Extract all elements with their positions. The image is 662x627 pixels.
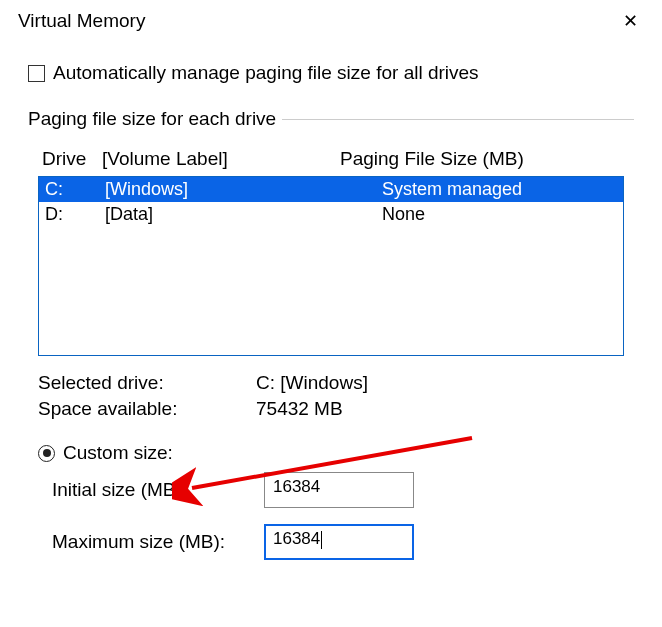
drive-row[interactable]: C: [Windows] System managed (39, 177, 623, 202)
drive-paging-size: None (382, 204, 617, 225)
drive-row[interactable]: D: [Data] None (39, 202, 623, 227)
custom-size-label: Custom size: (63, 442, 173, 464)
window-title: Virtual Memory (18, 10, 145, 32)
radio-icon[interactable] (38, 445, 55, 462)
size-options: Custom size: Initial size (MB): 16384 Ma… (38, 442, 624, 560)
maximum-size-input[interactable]: 16384 (264, 524, 414, 560)
drive-list-header: Drive [Volume Label] Paging File Size (M… (38, 144, 624, 176)
space-available-value: 75432 MB (256, 398, 624, 420)
automanage-checkbox-row[interactable]: Automatically manage paging file size fo… (28, 62, 634, 84)
initial-size-input[interactable]: 16384 (264, 472, 414, 508)
header-volume-label: [Volume Label] (102, 148, 340, 170)
drive-volume-label: [Windows] (105, 179, 382, 200)
space-available-label: Space available: (38, 398, 256, 420)
selected-drive-label: Selected drive: (38, 372, 256, 394)
drive-letter: D: (45, 204, 105, 225)
text-caret (321, 531, 322, 549)
maximum-size-label: Maximum size (MB): (52, 531, 264, 553)
header-paging-size: Paging File Size (MB) (340, 148, 620, 170)
automanage-label: Automatically manage paging file size fo… (53, 62, 479, 84)
close-icon[interactable]: ✕ (617, 8, 644, 34)
automanage-checkbox[interactable] (28, 65, 45, 82)
group-legend: Paging file size for each drive (28, 108, 282, 130)
drive-volume-label: [Data] (105, 204, 382, 225)
drive-letter: C: (45, 179, 105, 200)
custom-size-radio[interactable]: Custom size: (38, 442, 624, 464)
maximum-size-row: Maximum size (MB): 16384 (52, 524, 624, 560)
selected-drive-value: C: [Windows] (256, 372, 624, 394)
initial-size-label: Initial size (MB): (52, 479, 264, 501)
paging-file-group: Paging file size for each drive Drive [V… (28, 108, 634, 576)
titlebar: Virtual Memory ✕ (0, 0, 662, 42)
dialog-content: Automatically manage paging file size fo… (0, 42, 662, 576)
drive-list[interactable]: C: [Windows] System managed D: [Data] No… (38, 176, 624, 356)
header-drive: Drive (42, 148, 102, 170)
drive-info: Selected drive: C: [Windows] Space avail… (38, 372, 624, 420)
initial-size-row: Initial size (MB): 16384 (52, 472, 624, 508)
drive-paging-size: System managed (382, 179, 617, 200)
